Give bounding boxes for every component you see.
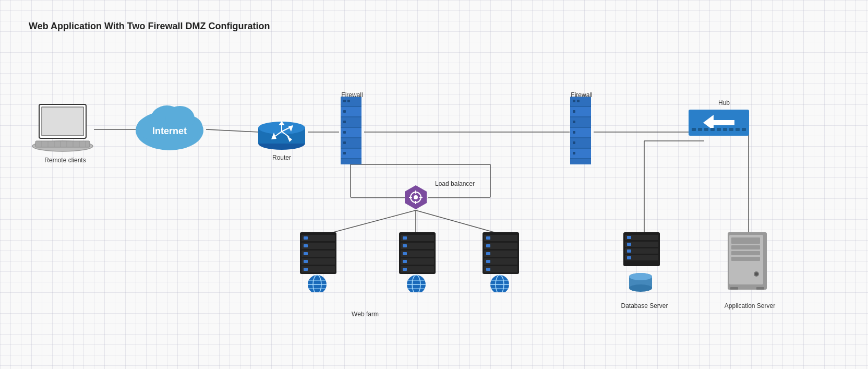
- svg-point-91: [414, 195, 418, 199]
- hub-label: Hub: [703, 99, 745, 106]
- svg-rect-130: [486, 236, 490, 240]
- remote-clients-icon: [31, 102, 94, 154]
- svg-line-17: [416, 210, 503, 235]
- svg-rect-74: [573, 131, 575, 134]
- svg-rect-122: [403, 268, 407, 271]
- svg-rect-56: [347, 100, 350, 102]
- svg-rect-100: [304, 244, 308, 247]
- svg-rect-76: [573, 152, 575, 154]
- svg-rect-138: [486, 268, 490, 271]
- svg-rect-57: [343, 110, 346, 113]
- svg-rect-136: [486, 260, 490, 263]
- svg-line-1: [206, 129, 258, 132]
- svg-rect-73: [573, 121, 575, 123]
- svg-rect-84: [717, 128, 721, 131]
- app-server-icon: [725, 232, 772, 294]
- web-farm-label: Web farm: [313, 311, 417, 318]
- remote-clients-label: Remote clients: [31, 157, 99, 164]
- load-balancer-icon: [403, 184, 429, 210]
- svg-rect-81: [698, 128, 702, 131]
- svg-point-164: [755, 272, 758, 276]
- svg-rect-19: [42, 107, 83, 136]
- svg-rect-80: [692, 128, 696, 131]
- svg-rect-58: [343, 121, 346, 123]
- svg-rect-159: [731, 237, 760, 244]
- internet-icon: Internet: [133, 102, 206, 151]
- svg-rect-61: [343, 152, 346, 154]
- svg-rect-79: [714, 120, 734, 125]
- svg-rect-160: [731, 245, 760, 249]
- svg-rect-83: [710, 128, 715, 131]
- svg-rect-104: [304, 260, 308, 263]
- svg-rect-86: [729, 128, 733, 131]
- svg-text:Internet: Internet: [152, 126, 187, 136]
- svg-rect-69: [570, 159, 591, 164]
- svg-point-139: [490, 275, 509, 292]
- svg-rect-98: [304, 236, 308, 240]
- svg-point-155: [629, 284, 652, 292]
- firewall2-label: Firewall: [561, 91, 602, 99]
- svg-rect-146: [627, 236, 631, 239]
- svg-rect-150: [627, 249, 631, 253]
- svg-rect-55: [343, 100, 346, 102]
- svg-rect-166: [756, 287, 764, 290]
- svg-rect-72: [573, 110, 575, 113]
- app-server-label: Application Server: [722, 302, 777, 311]
- svg-rect-162: [731, 257, 760, 261]
- diagram-title: Web Application With Two Firewall DMZ Co…: [29, 21, 270, 32]
- router-icon: [256, 110, 308, 151]
- svg-rect-82: [704, 128, 708, 131]
- svg-rect-85: [723, 128, 727, 131]
- svg-rect-102: [304, 252, 308, 255]
- svg-rect-75: [573, 141, 575, 144]
- web-server-2-icon: [396, 232, 443, 294]
- svg-line-15: [323, 210, 416, 235]
- db-server-icon: [621, 232, 668, 294]
- svg-rect-88: [742, 128, 746, 131]
- svg-rect-148: [627, 243, 631, 246]
- db-server-label: Database Server: [620, 302, 669, 311]
- svg-rect-54: [341, 159, 361, 164]
- svg-rect-87: [736, 128, 740, 131]
- svg-rect-116: [403, 244, 407, 247]
- firewall1-label: Firewall: [331, 91, 373, 99]
- diagram-canvas: Web Application With Two Firewall DMZ Co…: [0, 0, 868, 369]
- svg-rect-106: [304, 268, 308, 271]
- web-server-3-icon: [480, 232, 527, 294]
- svg-rect-59: [343, 131, 346, 134]
- svg-point-123: [407, 275, 426, 292]
- svg-rect-152: [627, 256, 631, 259]
- lb-label: Load balancer: [429, 180, 481, 187]
- svg-rect-161: [731, 251, 760, 255]
- svg-point-156: [629, 273, 652, 280]
- firewall2-icon: [568, 97, 594, 164]
- hub-icon: [688, 104, 750, 141]
- svg-rect-60: [343, 141, 346, 144]
- svg-rect-120: [403, 260, 407, 263]
- svg-rect-118: [403, 252, 407, 255]
- web-server-1-icon: [297, 232, 344, 294]
- svg-rect-165: [730, 287, 738, 290]
- svg-rect-70: [573, 100, 575, 102]
- svg-rect-114: [403, 236, 407, 240]
- svg-point-107: [308, 275, 327, 292]
- firewall1-icon: [338, 97, 364, 164]
- svg-rect-132: [486, 244, 490, 247]
- svg-rect-71: [577, 100, 580, 102]
- svg-rect-134: [486, 252, 490, 255]
- router-label: Router: [256, 154, 308, 161]
- svg-rect-21: [35, 141, 90, 147]
